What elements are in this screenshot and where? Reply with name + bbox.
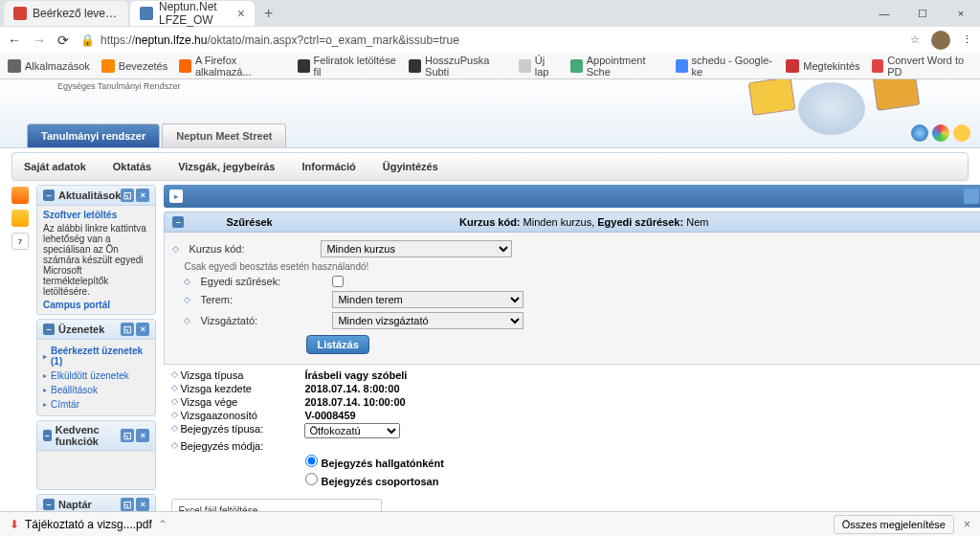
close-button[interactable]: × [942,0,980,27]
menu-vizsgak[interactable]: Vizsgák, jegybeírás [174,157,278,176]
bookmark-item[interactable]: Feliratok letöltése fil [298,55,397,78]
pdf-icon: ⬇ [10,518,19,531]
bookmark-item[interactable]: Bevezetés [101,59,167,73]
expand-icon[interactable]: ▸ [169,190,183,203]
expand-icon[interactable]: ◇ [184,316,190,325]
expand-icon[interactable]: ◇ [184,277,190,286]
icon-strip: 7 [11,185,29,536]
apps-button[interactable]: Alkalmazások [8,59,90,73]
filter-label-vizsgaztato: Vizsgáztató: [200,315,324,326]
collapse-icon[interactable]: – [172,216,184,228]
panel-close-icon[interactable]: × [136,498,149,511]
expand-icon[interactable]: ◇ [171,369,178,381]
tab-bar: Beérkező levelek (10) - zmedes Neptun.Ne… [0,0,980,27]
logo-subtitle: Egységes Tanulmányi Rendszer [57,81,180,91]
expand-icon[interactable]: ◇ [171,383,178,394]
close-icon[interactable]: × [964,518,970,531]
menu-ugyintezes[interactable]: Ügyintézés [379,157,442,176]
strip-icon-cal[interactable]: 7 [11,233,29,250]
exam-value: 2018.07.14. 10:00:00 [304,396,405,408]
panel-close-icon[interactable]: × [136,323,149,336]
contrast-icon[interactable] [953,124,970,142]
inbox-link[interactable]: ▸Beérkezett üzenetek (1) [43,344,149,368]
bookmark-item[interactable]: Convert Word to PD [872,55,972,78]
collapse-icon[interactable]: – [43,499,55,510]
bookmark-item[interactable]: A Firefox alkalmazá... [179,55,286,78]
bookmark-item[interactable]: Appointment Sche [570,55,664,78]
collapse-icon[interactable]: – [43,430,52,441]
vizsgaztato-select[interactable]: Minden vizsgáztató [332,312,523,329]
exam-label: Bejegyzés módja: [180,440,304,452]
bookmark-star-icon[interactable]: ☆ [910,34,920,46]
minimize-button[interactable]: — [865,0,903,27]
expand-icon[interactable]: ◇ [171,440,178,452]
bookmark-item[interactable]: schedu - Google-ke [676,55,774,78]
panel-pop-icon[interactable]: ◱ [121,189,134,202]
bookmark-item[interactable]: Új lap [519,55,559,78]
address-bar: ← → ⟳ 🔒 https://neptun.lfze.hu/oktato/ma… [0,27,980,53]
exam-info: ◇Vizsga típusaÍrásbeli vagy szóbeli ◇Viz… [164,365,980,493]
globe-icon[interactable] [911,124,928,142]
strip-icon-a[interactable] [11,187,29,204]
close-icon[interactable]: × [237,6,245,21]
reload-button[interactable]: ⟳ [57,33,69,48]
panel-close-icon[interactable]: × [136,189,149,202]
panel-pop-icon[interactable]: ◱ [121,323,134,336]
refresh-icon[interactable] [964,189,979,204]
menu-oktatas[interactable]: Oktatás [109,157,155,176]
panel-title: Naptár [58,499,92,510]
egyedi-checkbox[interactable] [332,276,344,287]
back-button[interactable]: ← [8,33,21,48]
bookmark-item[interactable]: Megtekintés [786,59,859,73]
bookmark-label: A Firefox alkalmazá... [195,55,286,78]
terem-select[interactable]: Minden terem [332,291,523,308]
expand-icon[interactable]: ◇ [184,295,190,304]
kurzus-select[interactable]: Minden kurzus [321,240,512,257]
filter-info-value: Nem [686,216,708,228]
browser-tab-neptun[interactable]: Neptun.Net LFZE_OW × [130,1,255,26]
panel-pop-icon[interactable]: ◱ [121,429,134,442]
panel-close-icon[interactable]: × [136,429,149,442]
panel-pop-icon[interactable]: ◱ [121,498,134,511]
expand-icon[interactable]: ◇ [171,410,178,421]
new-tab-button[interactable]: + [256,5,280,22]
color-icon[interactable] [932,124,949,142]
expand-icon[interactable]: ◇ [171,423,178,438]
campus-portal-link[interactable]: Campus portál [43,300,149,310]
bookmark-label: Alkalmazások [25,60,90,72]
bookmark-label: Bevezetés [119,60,167,72]
expand-icon[interactable]: ◇ [171,396,178,408]
radio-hallgatonkent[interactable]: Bejegyzés hallgatónként [305,458,443,469]
gmail-icon [13,7,27,20]
expand-icon[interactable]: ◇ [172,244,179,254]
browser-tab-gmail[interactable]: Beérkező levelek (10) - zmedes [4,1,128,26]
exam-label: Vizsga kezdete [180,383,304,394]
software-download-link[interactable]: Szoftver letöltés [43,210,149,220]
chevron-up-icon[interactable]: ⌃ [158,518,167,531]
menu-informacio[interactable]: Információ [298,157,359,176]
profile-avatar[interactable] [931,31,950,50]
collapse-icon[interactable]: – [43,324,55,335]
maximize-button[interactable]: ☐ [903,0,942,27]
nav-tab-meetstreet[interactable]: Neptun Meet Street [162,123,286,147]
show-all-button[interactable]: Összes megjelenítése [834,515,954,534]
strip-icon-star[interactable] [11,210,29,227]
panel-kedvenc: – Kedvenc funkciók ◱ × [36,420,156,490]
menu-sajat-adatok[interactable]: Saját adatok [20,157,90,176]
download-filename[interactable]: Tájékoztató a vizsg....pdf [25,518,152,531]
radio-csoportosan[interactable]: Bejegyzés csoportosan [305,476,438,487]
forward-button[interactable]: → [33,33,46,48]
listazas-button[interactable]: Listázás [306,335,368,354]
nav-tab-tanulmanyi[interactable]: Tanulmányi rendszer [27,123,160,147]
menu-icon[interactable]: ⋮ [962,34,972,46]
settings-link[interactable]: ▸Beállítások [43,383,149,397]
collapse-icon[interactable]: – [43,190,55,201]
bejegyzes-tipusa-select[interactable]: Ötfokozatú [304,423,400,438]
sent-link[interactable]: ▸Elküldött üzenetek [43,368,149,383]
directory-link[interactable]: ▸Címtár [43,397,149,412]
bookmark-icon [101,59,115,73]
url-field[interactable]: 🔒 https://neptun.lfze.hu/oktato/main.asp… [80,34,899,47]
bookmark-label: Appointment Sche [587,55,664,78]
message-item-label: Beállítások [51,385,98,395]
bookmark-item[interactable]: HosszuPuska Subti [409,55,507,78]
